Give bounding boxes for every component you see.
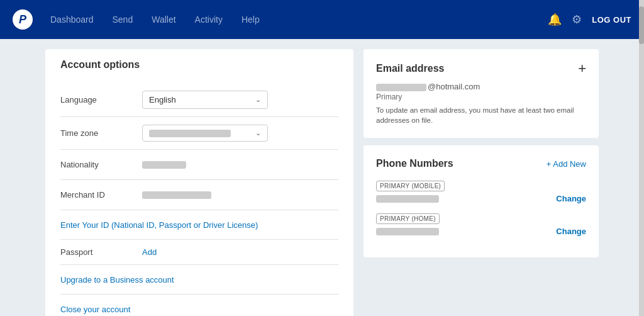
nationality-label: Nationality: [60, 160, 142, 169]
timezone-value-blurred: [149, 130, 231, 137]
phone-mobile-badge: PRIMARY (MOBILE): [376, 181, 445, 191]
close-account-link[interactable]: Close your account: [60, 305, 130, 314]
page-scrollbar[interactable]: [639, 0, 644, 316]
phone-home-badge: PRIMARY (HOME): [376, 213, 440, 224]
nationality-value-blurred: [142, 161, 186, 169]
nav-activity[interactable]: Activity: [195, 12, 223, 27]
phone-card: Phone Numbers + Add New PRIMARY (MOBILE)…: [364, 145, 599, 257]
merchant-id-value-blurred: [142, 191, 211, 199]
logo-letter: P: [19, 13, 26, 26]
nav-wallet[interactable]: Wallet: [152, 12, 175, 27]
nav-send[interactable]: Send: [113, 12, 133, 27]
email-note: To update an email address, you must hav…: [376, 105, 586, 125]
email-suffix: @hotmail.com: [428, 82, 480, 91]
email-card-title: Email address: [376, 63, 445, 74]
passport-label: Passport: [60, 247, 142, 257]
phone-mobile-number-blurred: [376, 195, 439, 203]
language-label: Language: [60, 95, 142, 104]
phone-home-row: Change: [376, 227, 586, 236]
nav-help[interactable]: Help: [242, 12, 260, 27]
chevron-down-icon-tz: ⌄: [255, 129, 261, 137]
timezone-row: Time zone ⌄: [60, 117, 338, 150]
change-mobile-button[interactable]: Change: [556, 194, 586, 203]
change-home-button[interactable]: Change: [556, 227, 586, 236]
timezone-select[interactable]: ⌄: [142, 125, 268, 142]
merchant-id-row: Merchant ID: [60, 180, 338, 210]
phone-card-header: Phone Numbers + Add New: [376, 158, 586, 169]
chevron-down-icon: ⌄: [255, 96, 261, 104]
logout-button[interactable]: LOG OUT: [592, 15, 631, 25]
email-value: @hotmail.com: [376, 82, 586, 91]
enter-id-link[interactable]: Enter Your ID (National ID, Passport or …: [60, 220, 258, 230]
passport-row: Passport Add: [60, 240, 338, 265]
right-panel: Email address + @hotmail.com Primary To …: [364, 49, 599, 316]
merchant-id-label: Merchant ID: [60, 190, 142, 200]
gear-icon[interactable]: ⚙: [572, 13, 582, 26]
timezone-label: Time zone: [60, 128, 142, 138]
section-title: Account options: [60, 59, 338, 71]
nav-dashboard[interactable]: Dashboard: [50, 12, 94, 27]
email-blurred-part: [376, 84, 426, 91]
language-value: English: [149, 95, 176, 104]
nav-right: 🔔 ⚙ LOG OUT: [548, 13, 631, 26]
upgrade-row: Upgrade to a Business account: [60, 265, 338, 295]
language-row: Language English ⌄: [60, 83, 338, 117]
nav-links: Dashboard Send Wallet Activity Help: [50, 12, 548, 27]
phone-entry-home: PRIMARY (HOME) Change: [376, 212, 586, 236]
close-account-row: Close your account: [60, 295, 338, 316]
email-card: Email address + @hotmail.com Primary To …: [364, 49, 599, 138]
bell-icon[interactable]: 🔔: [548, 13, 562, 26]
phone-entry-mobile: PRIMARY (MOBILE) Change: [376, 179, 586, 203]
phone-mobile-row: Change: [376, 194, 586, 203]
nationality-row: Nationality: [60, 150, 338, 180]
main-content: Account options Language English ⌄ Time …: [33, 39, 611, 316]
email-card-header: Email address +: [376, 62, 586, 76]
add-phone-button[interactable]: + Add New: [547, 159, 586, 169]
upgrade-link[interactable]: Upgrade to a Business account: [60, 275, 174, 285]
language-select[interactable]: English ⌄: [142, 91, 268, 109]
left-panel: Account options Language English ⌄ Time …: [45, 49, 353, 316]
scrollbar-thumb[interactable]: [639, 6, 644, 44]
phone-home-number-blurred: [376, 228, 439, 235]
passport-add-button[interactable]: Add: [142, 247, 157, 257]
email-primary-label: Primary: [376, 93, 586, 101]
enter-id-row: Enter Your ID (National ID, Passport or …: [60, 210, 338, 240]
phone-card-title: Phone Numbers: [376, 158, 453, 169]
navbar: P Dashboard Send Wallet Activity Help 🔔 …: [0, 0, 644, 39]
email-add-button[interactable]: +: [578, 62, 586, 76]
paypal-logo: P: [13, 9, 33, 30]
